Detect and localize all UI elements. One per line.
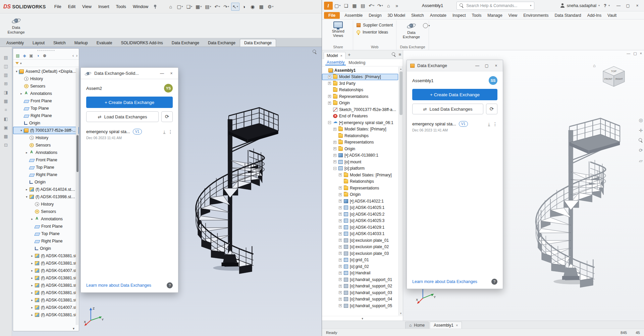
browser-search-icon[interactable]: [392, 52, 396, 57]
appearance-icon[interactable]: ◑: [240, 3, 248, 11]
more-options-icon[interactable]: ⋮: [168, 129, 173, 134]
tree-item[interactable]: 3rd Party: [322, 80, 398, 87]
display-manager-tab[interactable]: ◑: [35, 53, 41, 58]
feature-manager-tab[interactable]: ▤: [14, 53, 21, 58]
help-icon[interactable]: ?: [167, 282, 173, 288]
close-tab-icon[interactable]: ×: [456, 323, 458, 327]
property-manager-tab[interactable]: ◈: [21, 53, 28, 58]
home-icon[interactable]: ⌂: [385, 2, 393, 10]
expand-toggle[interactable]: [339, 186, 342, 189]
ribbon-tab[interactable]: Data Standard: [551, 12, 584, 19]
orbit-icon[interactable]: ⟳: [639, 148, 643, 153]
scrollbar-thumb[interactable]: [76, 135, 78, 172]
tree-item[interactable]: (f) ADSK-014007.st: [13, 304, 79, 311]
command-tab[interactable]: Data Exchange: [204, 39, 240, 47]
command-tab[interactable]: Markup: [70, 39, 92, 47]
expand-toggle[interactable]: [328, 82, 331, 85]
tree-item[interactable]: [o]:platform: [322, 165, 398, 172]
tree-scrollbar[interactable]: [76, 68, 78, 325]
close-button[interactable]: ×: [493, 63, 499, 68]
tree-item[interactable]: (f) ADSK-013881.st: [13, 311, 79, 319]
home-icon[interactable]: ⌂: [167, 3, 175, 11]
tree-item[interactable]: (f) ADSK-013881.st: [13, 274, 79, 282]
ribbon-tab[interactable]: Design: [366, 12, 384, 19]
tree-item[interactable]: Annotations: [13, 215, 79, 223]
sidebar-tool-icon[interactable]: ◫: [4, 64, 8, 69]
tree-item[interactable]: [o]:handrail_support_05: [322, 302, 398, 309]
undo-icon[interactable]: ↶▾: [213, 3, 221, 11]
tree-item[interactable]: (f) ADSK-013881.st: [13, 282, 79, 289]
select-arrow-icon[interactable]: ↖▾: [231, 3, 239, 11]
expand-toggle[interactable]: [339, 245, 342, 248]
expand-toggle[interactable]: [333, 147, 336, 150]
configuration-manager-tab[interactable]: ▣: [28, 53, 35, 58]
tree-item[interactable]: Right Plane: [13, 112, 79, 119]
tree-item[interactable]: Origin: [322, 146, 398, 152]
open-icon[interactable]: ❏▾: [185, 3, 194, 11]
tree-item[interactable]: History: [13, 134, 79, 142]
browser-scrollbar[interactable]: ▴ ▾: [398, 67, 403, 316]
learn-more-link[interactable]: Learn more about Data Exchanges: [86, 283, 151, 288]
command-tab[interactable]: Assembly: [2, 39, 28, 47]
sidebar-tool-icon[interactable]: ▥: [4, 72, 8, 77]
tree-item[interactable]: Annotations: [13, 149, 79, 156]
filter-caret[interactable]: ▾: [20, 62, 22, 65]
minimize-button[interactable]: —: [627, 51, 630, 56]
view-cube[interactable]: ⌂ TOP FRONT RIGHT: [598, 63, 635, 95]
tree-item[interactable]: Origin: [13, 119, 79, 127]
tree-item[interactable]: (f) ADSK-013881.st: [13, 296, 79, 304]
tree-item[interactable]: [o]:exclusion plate_02: [322, 244, 398, 250]
redo-icon[interactable]: ↷▾: [376, 2, 384, 10]
panel-titlebar[interactable]: Data Exchange-Solid... — ×: [81, 68, 178, 79]
sidebar-tool-icon[interactable]: ▦: [4, 99, 8, 104]
solidworks-viewport[interactable]: Z Y X ▤◈▣◑⊕ ‹: [12, 47, 322, 336]
expand-toggle[interactable]: [339, 213, 342, 216]
menu-item[interactable]: Window: [130, 3, 151, 10]
tree-item[interactable]: Front Plane: [13, 97, 79, 105]
restore-button[interactable]: ▢: [633, 51, 637, 56]
expand-toggle[interactable]: [333, 128, 336, 131]
tree-item[interactable]: Right Plane: [13, 237, 79, 245]
tree-item[interactable]: [•]:emergency spiral stair_06:1: [322, 119, 398, 126]
close-tab-icon[interactable]: ×: [340, 54, 342, 58]
scroll-down-arrow[interactable]: ▾: [400, 312, 401, 315]
menu-item[interactable]: Insert: [95, 3, 112, 10]
assembly-view-tab[interactable]: Assembly: [325, 60, 346, 65]
tree-item[interactable]: [o]:exclusion plate_01: [322, 237, 398, 244]
tree-item[interactable]: Model States: [Primary]: [322, 74, 398, 80]
data-exchange-ribbon-button[interactable]: Data Exchange: [4, 16, 28, 35]
panel-back-arrow[interactable]: ‹: [72, 53, 74, 58]
staircase-3d-model[interactable]: [179, 87, 288, 285]
tree-item[interactable]: [o]:ADSK-014033:1: [322, 231, 398, 237]
tree-item[interactable]: (f) ADSK-013881.st: [13, 289, 79, 296]
expand-toggle[interactable]: [339, 265, 342, 268]
expand-toggle[interactable]: [339, 226, 342, 229]
expand-toggle[interactable]: [30, 276, 34, 280]
expand-toggle[interactable]: [30, 298, 34, 302]
tree-item[interactable]: Representations: [322, 139, 398, 146]
expand-toggle[interactable]: [24, 188, 29, 191]
home-view-icon[interactable]: ⌂: [593, 63, 596, 68]
tree-item[interactable]: (f) ADSK-014024.stp<1: [13, 186, 79, 193]
navigation-wheel-icon[interactable]: ◎: [639, 117, 643, 123]
ribbon-tab[interactable]: Tools: [469, 12, 485, 19]
tree-item[interactable]: [o]:exclusion plate_03: [322, 250, 398, 257]
filter-funnel-icon[interactable]: [15, 62, 19, 64]
tree-item[interactable]: Right Plane: [13, 171, 79, 178]
panel-grip[interactable]: [37, 49, 55, 52]
exchange-status-icon[interactable]: ◉: [249, 3, 257, 11]
tree-item[interactable]: Front Plane: [13, 156, 79, 164]
tree-item[interactable]: Sketch_70001377-f52e-38ff-ae29-c29: [322, 106, 398, 113]
tree-item[interactable]: [o]:ADSK-014025:3: [322, 218, 398, 224]
user-avatar[interactable]: SS: [489, 76, 497, 85]
maximize-button[interactable]: ▢: [623, 2, 633, 10]
expand-toggle[interactable]: [339, 278, 342, 281]
tree-item[interactable]: Sensors: [13, 142, 79, 149]
tree-item[interactable]: [o]:mount: [322, 159, 398, 165]
close-button[interactable]: ×: [633, 2, 642, 10]
close-button[interactable]: ×: [640, 51, 642, 56]
sidebar-tool-icon[interactable]: ▤: [4, 55, 8, 60]
command-tab[interactable]: Layout: [28, 39, 49, 47]
add-tab-button[interactable]: +: [348, 52, 351, 57]
ribbon-tab[interactable]: Inspect: [449, 12, 469, 19]
